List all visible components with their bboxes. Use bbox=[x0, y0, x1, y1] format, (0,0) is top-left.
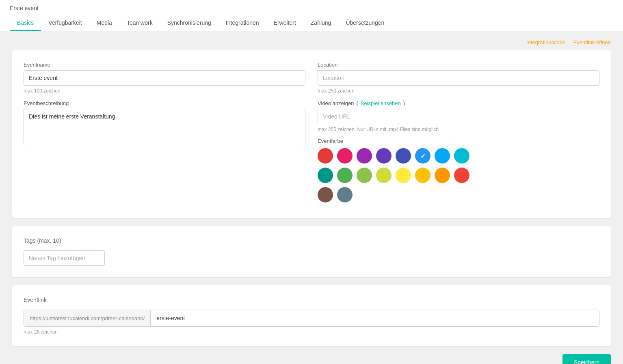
tab-ubersetzungen[interactable]: Übersetzungen bbox=[338, 15, 392, 31]
video-label-text: Video anzeigen bbox=[318, 100, 354, 106]
color-dot[interactable] bbox=[357, 168, 372, 183]
location-group: Location max 250 zeichen bbox=[318, 62, 599, 94]
color-row-2 bbox=[318, 168, 599, 183]
eventlink-card: Eventlink https://justtotest.tucalendi.c… bbox=[12, 285, 611, 346]
tab-navigation: Basics Verfügbarkeit Media Teamwork Sync… bbox=[10, 15, 613, 31]
left-column: Eventname max 100 zeichen Eventbeschreib… bbox=[24, 62, 305, 207]
page-title: Erste event bbox=[10, 5, 613, 11]
video-input-wrapper bbox=[318, 109, 599, 124]
save-button[interactable]: Speichern bbox=[562, 354, 611, 364]
color-dot[interactable] bbox=[415, 148, 430, 164]
color-dot[interactable] bbox=[337, 168, 353, 183]
eventname-label: Eventname bbox=[24, 62, 305, 68]
color-dot[interactable] bbox=[396, 168, 411, 183]
color-dot[interactable] bbox=[376, 168, 392, 183]
eventname-group: Eventname max 100 zeichen bbox=[24, 62, 305, 94]
tags-card: Tags (max. 10) Neues Tag hinzufügen bbox=[12, 226, 611, 277]
tab-integrationen[interactable]: Integrationen bbox=[218, 15, 266, 31]
video-group: Video anzeigen ( Beispiel ansehen ) max … bbox=[318, 100, 599, 132]
color-dot[interactable] bbox=[337, 187, 353, 202]
eventlink-offnen-link[interactable]: Eventlink öffnen bbox=[573, 39, 611, 45]
tab-verfugbarkeit[interactable]: Verfügbarkeit bbox=[41, 15, 89, 31]
color-dot[interactable] bbox=[396, 148, 411, 164]
eventlink-hint: max 28 zeichen bbox=[24, 329, 599, 335]
eventname-input[interactable] bbox=[24, 70, 305, 86]
tab-basics[interactable]: Basics bbox=[10, 15, 41, 31]
location-hint: max 250 zeichen bbox=[318, 88, 599, 94]
description-group: Eventbeschreibung bbox=[24, 100, 305, 145]
right-column: Location max 250 zeichen Video anzeigen … bbox=[318, 62, 599, 207]
eventlink-prefix: https://justtotest.tucalendi.com/primer-… bbox=[24, 310, 151, 326]
tab-erweitert[interactable]: Erweitert bbox=[266, 15, 303, 31]
color-dot[interactable] bbox=[357, 148, 372, 164]
color-dot[interactable] bbox=[435, 168, 450, 183]
video-label-row: Video anzeigen ( Beispiel ansehen ) bbox=[318, 100, 599, 106]
color-dot[interactable] bbox=[337, 148, 353, 164]
video-paren-close: ) bbox=[403, 100, 405, 106]
tab-synchronisierung[interactable]: Synchronisierung bbox=[160, 15, 218, 31]
eventname-hint: max 100 zeichen bbox=[24, 88, 305, 94]
event-colors-section: Eventfarbe bbox=[318, 138, 599, 202]
tab-zahlung[interactable]: Zahlung bbox=[303, 15, 339, 31]
color-dot[interactable] bbox=[376, 148, 392, 164]
eventfarbe-label: Eventfarbe bbox=[318, 138, 599, 144]
location-label: Location bbox=[318, 62, 599, 68]
color-row-3 bbox=[318, 187, 599, 202]
color-dot[interactable] bbox=[435, 148, 450, 164]
eventlink-input[interactable] bbox=[151, 310, 599, 326]
tab-media[interactable]: Media bbox=[89, 15, 119, 31]
tab-teamwork[interactable]: Teamwork bbox=[119, 15, 160, 31]
color-dot[interactable] bbox=[318, 187, 333, 202]
color-dot[interactable] bbox=[454, 148, 469, 164]
description-label: Eventbeschreibung bbox=[24, 100, 305, 106]
color-dot[interactable] bbox=[318, 168, 333, 183]
integrationscode-link[interactable]: Integrationscode bbox=[526, 39, 565, 45]
color-dot[interactable] bbox=[454, 168, 469, 183]
video-hint: max 255 zeichen. Nur URLs mit .mp4 Files… bbox=[318, 127, 599, 132]
footer-row: Speichern bbox=[12, 354, 611, 364]
color-row-1 bbox=[318, 148, 599, 164]
color-dot[interactable] bbox=[318, 148, 333, 164]
color-dot[interactable] bbox=[415, 168, 430, 183]
add-tag-button[interactable]: Neues Tag hinzufügen bbox=[24, 250, 105, 266]
main-form-card: ← Eventname max 100 zeichen Eventbeschre… bbox=[12, 50, 611, 218]
top-links: Integrationscode Eventlink öffnen bbox=[12, 39, 611, 45]
location-input[interactable] bbox=[318, 70, 599, 86]
description-textarea[interactable] bbox=[24, 109, 305, 145]
tag-input-area: Neues Tag hinzufügen bbox=[24, 250, 599, 266]
video-example-link[interactable]: Beispiel ansehen bbox=[361, 100, 401, 106]
video-paren-open: ( bbox=[356, 100, 358, 106]
video-url-input[interactable] bbox=[318, 109, 399, 124]
eventlink-row: https://justtotest.tucalendi.com/primer-… bbox=[24, 310, 599, 327]
eventlink-section-title: Eventlink bbox=[24, 297, 599, 303]
form-grid: Eventname max 100 zeichen Eventbeschreib… bbox=[24, 62, 599, 207]
tags-section-title: Tags (max. 10) bbox=[24, 237, 599, 244]
